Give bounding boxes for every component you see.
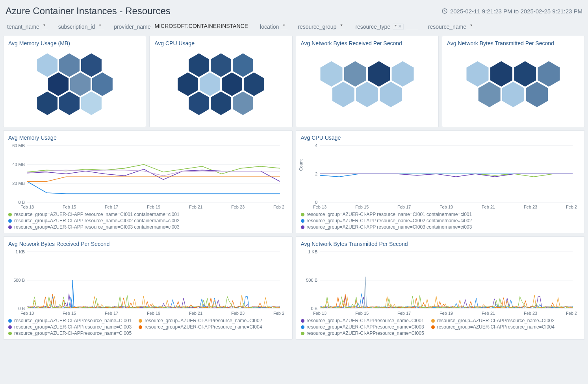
- legend: resource_group=AZUER-CI-APP resource_nam…: [8, 210, 288, 230]
- legend-item[interactable]: resource_group=AZUER-CI-APPresource_name…: [301, 330, 424, 336]
- legend-label: resource_group=AZUER-CI-APPresource_name…: [145, 318, 262, 323]
- svg-text:2: 2: [315, 172, 317, 176]
- svg-text:0 B: 0 B: [18, 306, 25, 311]
- legend-label: resource_group=AZUER-CI-APP resource_nam…: [307, 212, 472, 217]
- svg-text:Feb 21: Feb 21: [481, 311, 495, 316]
- svg-text:Feb 25: Feb 25: [566, 311, 576, 316]
- legend-item[interactable]: resource_group=AZUER-CI-APPresource_name…: [8, 324, 132, 330]
- chart-plot[interactable]: 0 B20 MB40 MB60 MBFeb 13Feb 15Feb 17Feb …: [8, 143, 284, 210]
- filter-subscription_id[interactable]: subscription_id*: [58, 23, 104, 30]
- svg-text:Feb 19: Feb 19: [147, 311, 160, 316]
- page-header: Azure Container Instances - Resources 20…: [3, 3, 585, 20]
- legend-swatch: [139, 325, 142, 329]
- svg-text:Feb 17: Feb 17: [397, 205, 410, 209]
- svg-text:Feb 15: Feb 15: [355, 205, 368, 209]
- time-range[interactable]: 2025-02-11 9:21:23 PM to 2025-02-25 9:21…: [441, 8, 582, 15]
- legend-item[interactable]: resource_group=AZUER-CI-APPresource_name…: [301, 318, 424, 323]
- legend-item[interactable]: resource_group=AZUER-CI-APP resource_nam…: [301, 224, 472, 230]
- legend-item[interactable]: resource_group=AZUER-CI-APPresource_name…: [139, 318, 262, 323]
- legend-item[interactable]: resource_group=AZUER-CI-APPresource_name…: [431, 324, 555, 330]
- svg-text:Feb 17: Feb 17: [397, 311, 410, 316]
- legend-label: resource_group=AZUER-CI-APPresource_name…: [14, 324, 132, 330]
- rx-line-panel[interactable]: Avg Network Bytes Received Per Second0 B…: [3, 236, 293, 340]
- legend-item[interactable]: resource_group=AZUER-CI-APP resource_nam…: [8, 212, 180, 217]
- legend-item[interactable]: resource_group=AZUER-CI-APP resource_nam…: [8, 218, 180, 223]
- hex-rx-panel[interactable]: Avg Network Bytes Received Per Second: [296, 36, 439, 127]
- mem-line-panel[interactable]: Avg Memory Usage0 B20 MB40 MB60 MBFeb 13…: [3, 130, 293, 233]
- svg-text:Feb 25: Feb 25: [273, 205, 284, 209]
- filter-value[interactable]: *: [339, 23, 345, 30]
- filter-provider_name[interactable]: provider_nameMICROSOFT.CONTAINERINSTANCE: [114, 23, 250, 30]
- filter-label: resource_group: [298, 24, 336, 30]
- svg-text:Feb 17: Feb 17: [105, 205, 118, 209]
- svg-text:Feb 25: Feb 25: [566, 205, 576, 209]
- svg-text:1 KB: 1 KB: [15, 249, 25, 254]
- legend-item[interactable]: resource_group=AZUER-CI-APP resource_nam…: [301, 218, 472, 223]
- filter-label: resource_type: [355, 24, 390, 30]
- filter-location[interactable]: location*: [260, 23, 288, 30]
- legend-item[interactable]: resource_group=AZUER-CI-APP resource_nam…: [8, 224, 180, 230]
- hex-tx-panel[interactable]: Avg Network Bytes Transmitted Per Second: [442, 36, 585, 127]
- filter-chip[interactable]: *✕: [393, 24, 404, 30]
- legend-swatch: [431, 319, 435, 323]
- svg-text:Feb 13: Feb 13: [313, 205, 326, 209]
- svg-text:40 MB: 40 MB: [12, 162, 25, 167]
- tx-line-panel[interactable]: Avg Network Bytes Transmitted Per Second…: [296, 236, 585, 340]
- legend-swatch: [301, 325, 304, 329]
- legend-swatch: [8, 225, 12, 229]
- chart-plot[interactable]: 0 B500 B1 KBFeb 13Feb 15Feb 17Feb 19Feb …: [301, 249, 577, 316]
- legend-label: resource_group=AZUER-CI-APPresource_name…: [14, 318, 132, 323]
- filter-resource_group[interactable]: resource_group*: [298, 23, 345, 30]
- legend-swatch: [301, 332, 304, 335]
- legend-item[interactable]: resource_group=AZUER-CI-APPresource_name…: [431, 318, 555, 323]
- cpu-line-panel[interactable]: Avg CPU UsageCount024Feb 13Feb 15Feb 17F…: [296, 130, 585, 233]
- legend-swatch: [8, 332, 12, 335]
- svg-text:20 MB: 20 MB: [12, 181, 25, 186]
- chart-plot[interactable]: 0 B500 B1 KBFeb 13Feb 15Feb 17Feb 19Feb …: [8, 249, 284, 316]
- svg-text:Feb 15: Feb 15: [63, 205, 76, 209]
- legend: resource_group=AZUER-CI-APPresource_name…: [301, 316, 580, 336]
- filter-value[interactable]: *: [42, 23, 48, 30]
- filter-value[interactable]: *: [469, 23, 475, 30]
- svg-text:Feb 23: Feb 23: [231, 205, 245, 209]
- svg-text:Feb 13: Feb 13: [20, 311, 34, 316]
- filter-label: tenant_name: [7, 24, 39, 30]
- legend-item[interactable]: resource_group=AZUER-CI-APPresource_name…: [301, 324, 424, 330]
- legend-item[interactable]: resource_group=AZUER-CI-APPresource_name…: [8, 330, 132, 336]
- legend-label: resource_group=AZUER-CI-APP resource_nam…: [14, 224, 180, 230]
- legend: resource_group=AZUER-CI-APPresource_name…: [8, 316, 288, 336]
- svg-text:Feb 13: Feb 13: [313, 311, 326, 316]
- legend-label: resource_group=AZUER-CI-APPresource_name…: [307, 330, 424, 336]
- svg-text:0: 0: [315, 200, 317, 205]
- svg-text:1 KB: 1 KB: [308, 249, 317, 254]
- clock-icon: [441, 8, 448, 14]
- panel-title: Avg Memory Usage: [8, 135, 288, 141]
- legend-item[interactable]: resource_group=AZUER-CI-APPresource_name…: [139, 324, 262, 330]
- svg-text:4: 4: [315, 143, 317, 148]
- legend-label: resource_group=AZUER-CI-APPresource_name…: [307, 318, 424, 323]
- filter-resource_name[interactable]: resource_name*: [428, 23, 475, 30]
- svg-text:Feb 19: Feb 19: [439, 311, 453, 316]
- legend-item[interactable]: resource_group=AZUER-CI-APPresource_name…: [8, 318, 132, 323]
- filter-tenant_name[interactable]: tenant_name*: [7, 23, 48, 30]
- svg-text:500 B: 500 B: [306, 278, 317, 282]
- chart-plot[interactable]: 024Feb 13Feb 15Feb 17Feb 19Feb 21Feb 23F…: [301, 143, 577, 210]
- svg-text:Feb 23: Feb 23: [523, 205, 537, 209]
- legend-label: resource_group=AZUER-CI-APP resource_nam…: [307, 224, 472, 230]
- hex-cpu-panel[interactable]: Avg CPU Usage: [149, 36, 292, 127]
- close-icon[interactable]: ✕: [398, 24, 402, 29]
- filter-value[interactable]: *: [97, 23, 104, 30]
- legend-label: resource_group=AZUER-CI-APP resource_nam…: [14, 218, 180, 223]
- legend-item[interactable]: resource_group=AZUER-CI-APP resource_nam…: [301, 212, 472, 217]
- filter-resource_type[interactable]: resource_type*✕: [355, 23, 417, 30]
- svg-text:Feb 23: Feb 23: [523, 311, 537, 316]
- filter-value[interactable]: *: [281, 23, 288, 30]
- legend-label: resource_group=AZUER-CI-APP resource_nam…: [14, 212, 180, 217]
- hex-mem-panel[interactable]: Avg Memory Usage (MB): [3, 36, 146, 127]
- filter-value[interactable]: MICROSOFT.CONTAINERINSTANCE: [153, 23, 250, 30]
- time-range-text: 2025-02-11 9:21:23 PM to 2025-02-25 9:21…: [450, 8, 582, 15]
- legend-swatch: [8, 219, 12, 223]
- svg-text:Feb 15: Feb 15: [63, 311, 76, 316]
- svg-text:Feb 23: Feb 23: [231, 311, 245, 316]
- legend-swatch: [8, 325, 12, 329]
